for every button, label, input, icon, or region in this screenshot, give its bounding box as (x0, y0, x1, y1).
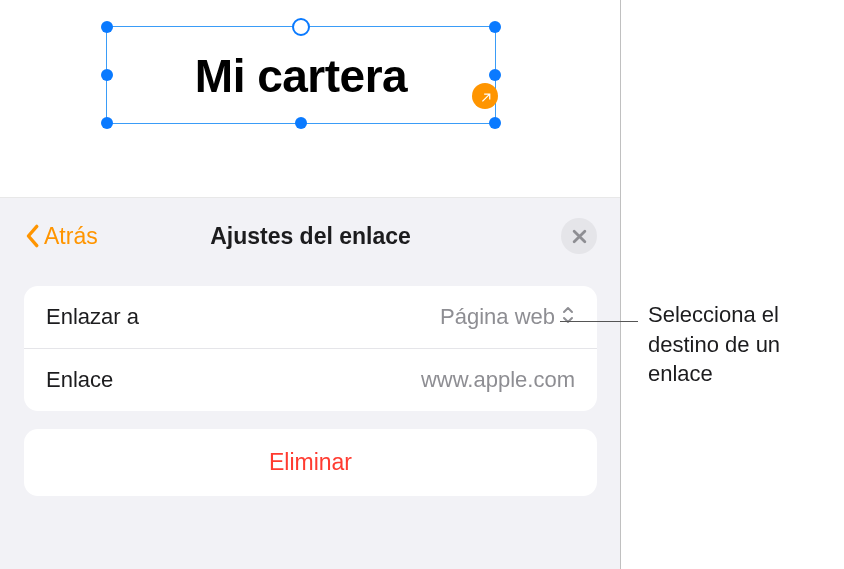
canvas-area: Mi cartera (0, 0, 621, 195)
callout-line (560, 321, 638, 322)
rotate-handle[interactable] (292, 18, 310, 36)
link-to-value-wrap: Página web (440, 304, 575, 330)
link-url-row[interactable]: Enlace www.apple.com (24, 349, 597, 411)
panel-header: Atrás Ajustes del enlace (0, 198, 621, 274)
panel-title: Ajustes del enlace (210, 223, 411, 250)
back-label: Atrás (44, 223, 98, 250)
close-button[interactable] (561, 218, 597, 254)
link-badge-icon (472, 83, 498, 109)
resize-handle-top-left[interactable] (101, 21, 113, 33)
link-url-placeholder: www.apple.com (421, 367, 575, 393)
updown-chevron-icon (561, 305, 575, 329)
resize-handle-bottom-right[interactable] (489, 117, 501, 129)
resize-handle-bottom-left[interactable] (101, 117, 113, 129)
link-url-label: Enlace (46, 367, 113, 393)
back-button[interactable]: Atrás (24, 223, 98, 250)
callout-text: Selecciona el destino de un enlace (648, 300, 828, 389)
text-box-content: Mi cartera (107, 27, 495, 125)
delete-button[interactable]: Eliminar (24, 429, 597, 496)
vertical-divider (620, 0, 621, 569)
resize-handle-middle-left[interactable] (101, 69, 113, 81)
link-to-label: Enlazar a (46, 304, 139, 330)
resize-handle-middle-right[interactable] (489, 69, 501, 81)
close-icon (572, 229, 587, 244)
resize-handle-bottom-middle[interactable] (295, 117, 307, 129)
link-form-group: Enlazar a Página web Enlace www.apple.co… (24, 286, 597, 411)
chevron-left-icon (24, 224, 40, 248)
link-to-row[interactable]: Enlazar a Página web (24, 286, 597, 349)
link-to-value: Página web (440, 304, 555, 330)
link-settings-panel: Atrás Ajustes del enlace Enlazar a Págin… (0, 197, 621, 569)
resize-handle-top-right[interactable] (489, 21, 501, 33)
delete-group: Eliminar (24, 429, 597, 496)
selected-text-box[interactable]: Mi cartera (106, 26, 496, 124)
